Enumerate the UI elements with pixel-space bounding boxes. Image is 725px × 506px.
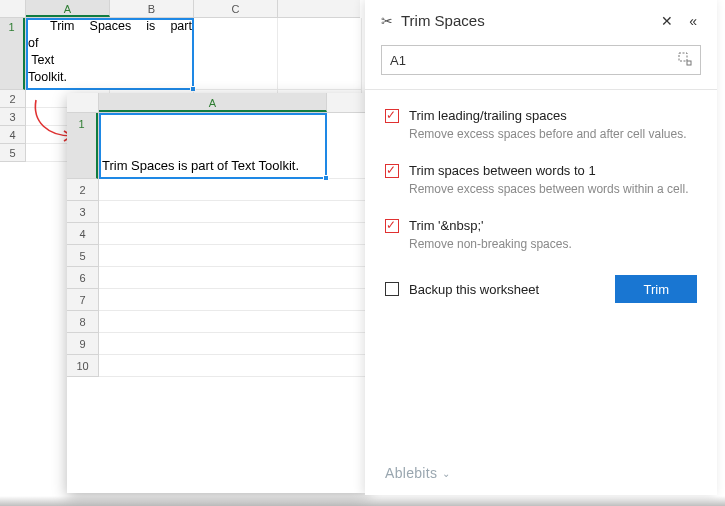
row-header-10[interactable]: 10	[67, 355, 98, 377]
col-header-b[interactable]: B	[110, 0, 194, 17]
row-header-3[interactable]: 3	[0, 108, 25, 126]
shadow	[0, 496, 725, 506]
select-range-icon[interactable]	[678, 52, 692, 69]
fill-handle[interactable]	[323, 175, 329, 181]
row-header-6[interactable]: 6	[67, 267, 98, 289]
scissors-icon: ✂	[381, 13, 393, 29]
option-label: Trim spaces between words to 1	[409, 163, 596, 178]
svg-rect-1	[687, 61, 691, 65]
chevron-down-icon: ⌄	[442, 468, 450, 479]
col-header-a[interactable]: A	[26, 0, 110, 17]
checkbox-nbsp[interactable]	[385, 219, 399, 233]
row-headers: 1 2 3 4 5	[0, 18, 26, 162]
option-desc: Remove excess spaces before and after ce…	[409, 127, 697, 141]
brand-link[interactable]: Ablebits⌄	[385, 465, 451, 481]
checkbox-leading-trailing[interactable]	[385, 109, 399, 123]
range-input-wrapper[interactable]	[381, 45, 701, 75]
option-label: Trim leading/trailing spaces	[409, 108, 567, 123]
row-header-9[interactable]: 9	[67, 333, 98, 355]
row-header-5[interactable]: 5	[0, 144, 25, 162]
column-headers: A B C	[0, 0, 360, 18]
option-desc: Remove excess spaces between words withi…	[409, 182, 697, 196]
row-header-7[interactable]: 7	[67, 289, 98, 311]
backup-label: Backup this worksheet	[409, 282, 605, 297]
range-input[interactable]	[390, 53, 678, 68]
row-header-1[interactable]: 1	[0, 18, 25, 90]
checkbox-between-words[interactable]	[385, 164, 399, 178]
row-header-3[interactable]: 3	[67, 201, 98, 223]
row-header-4[interactable]: 4	[67, 223, 98, 245]
trim-button[interactable]: Trim	[615, 275, 697, 303]
option-desc: Remove non-breaking spaces.	[409, 237, 697, 251]
row-header-5[interactable]: 5	[67, 245, 98, 267]
collapse-button[interactable]: «	[685, 13, 701, 29]
row-header-1[interactable]: 1	[67, 113, 98, 179]
selection-box[interactable]	[99, 113, 327, 179]
checkbox-backup[interactable]	[385, 282, 399, 296]
close-button[interactable]: ✕	[657, 13, 677, 29]
trim-spaces-panel: ✂ Trim Spaces ✕ « Trim leading/trailing …	[365, 0, 717, 495]
svg-rect-0	[679, 53, 687, 61]
row-header-4[interactable]: 4	[0, 126, 25, 144]
row-header-2[interactable]: 2	[67, 179, 98, 201]
source-cell-text: Trim Spaces is part of Text Toolkit.	[28, 18, 192, 86]
result-worksheet: A 1 2 3 4 5 6 7 8 9 10 Trim Spaces is pa…	[67, 93, 367, 493]
row-header-2[interactable]: 2	[0, 90, 25, 108]
option-label: Trim '&nbsp;'	[409, 218, 484, 233]
col-header-c[interactable]: C	[194, 0, 278, 17]
panel-title: Trim Spaces	[401, 12, 649, 29]
col-header-a[interactable]: A	[99, 93, 327, 112]
row-header-8[interactable]: 8	[67, 311, 98, 333]
